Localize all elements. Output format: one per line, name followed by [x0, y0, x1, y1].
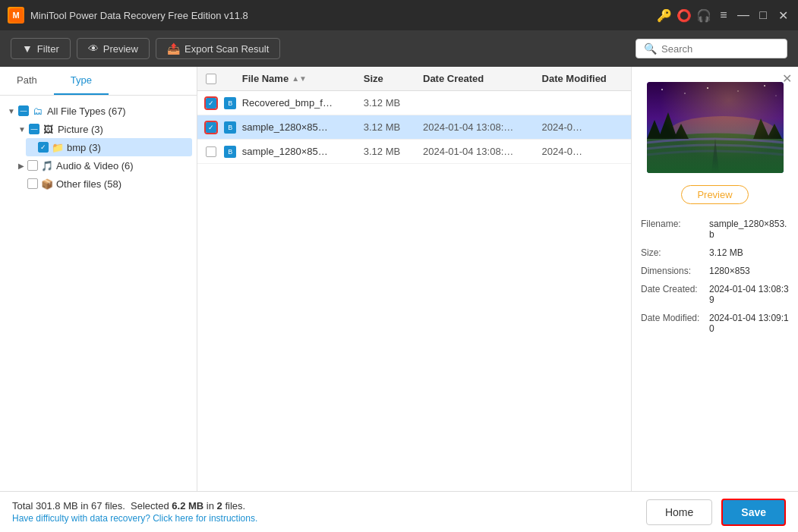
preview-button[interactable]: 👁 Preview: [77, 38, 150, 59]
svg-point-8: [775, 95, 776, 96]
size-value: 3.12 MB: [709, 247, 743, 258]
search-icon: 🔍: [644, 42, 657, 55]
size-label: Size:: [641, 247, 706, 258]
sort-arrow-name: ▲▼: [292, 74, 307, 83]
date-created-label: Date Created:: [641, 284, 706, 305]
row2-checkbox[interactable]: ✓: [206, 122, 216, 133]
preview-image: [647, 82, 784, 173]
tree-item-audio[interactable]: ▶ 🎵 Audio & Video (6): [15, 156, 192, 175]
row1-checkbox-cell: ✓: [197, 98, 224, 109]
checkbox-bmp[interactable]: ✓: [38, 142, 49, 153]
tree-label-other: Other files (58): [56, 178, 121, 190]
table-row[interactable]: B sample_1280×85… 3.12 MB 2024-01-04 13:…: [197, 140, 631, 164]
header-created[interactable]: Date Created: [423, 73, 542, 84]
export-button[interactable]: 📤 Export Scan Result: [156, 38, 280, 59]
row3-created: 2024-01-04 13:08:…: [423, 146, 542, 157]
maximize-button[interactable]: □: [755, 8, 771, 23]
menu-icon[interactable]: ≡: [716, 8, 731, 23]
row2-icon-cell: B: [224, 121, 241, 134]
row3-checkbox-cell: [197, 146, 224, 157]
info-created-row: Date Created: 2024-01-04 13:08:39: [641, 280, 789, 309]
row1-filename: Recovered_bmp_f…: [242, 97, 364, 109]
dimensions-value: 1280×853: [709, 266, 750, 276]
bmp-file-icon-3: B: [224, 146, 236, 158]
preview-close-button[interactable]: ✕: [782, 71, 792, 86]
toolbar: ▼ Filter 👁 Preview 📤 Export Scan Result …: [0, 30, 798, 67]
filter-button[interactable]: ▼ Filter: [11, 38, 71, 59]
tab-bar: Path Type: [0, 67, 197, 96]
tree-item-bmp[interactable]: ▶ ✓ 📁 bmp (3): [26, 138, 192, 156]
title-bar-controls: 🔑 ⭕ 🎧 ≡ — □ ✕: [657, 8, 790, 23]
table-row[interactable]: ✓ B Recovered_bmp_f… 3.12 MB: [197, 91, 631, 115]
row1-icon-cell: B: [224, 96, 241, 109]
checkbox-audio[interactable]: [27, 160, 38, 171]
expand-arrow-audio: ▶: [18, 162, 24, 170]
home-button[interactable]: Home: [646, 499, 712, 525]
header-checkbox-cell: [197, 74, 224, 84]
tree-area: ▼ — 🗂 All File Types (67) ▼ — 🖼 Picture …: [0, 96, 197, 491]
checkbox-all[interactable]: —: [18, 105, 29, 116]
help-link[interactable]: Have difficulty with data recovery? Clic…: [12, 513, 637, 524]
svg-point-3: [661, 89, 663, 90]
total-text: Total 301.8 MB in 67 files. Selected 6.2…: [12, 500, 245, 512]
header-filename[interactable]: File Name ▲▼: [242, 73, 364, 84]
header-checkbox[interactable]: [206, 74, 216, 84]
circle-icon[interactable]: ⭕: [677, 8, 692, 23]
svg-point-7: [764, 85, 765, 87]
preview-image-button[interactable]: Preview: [681, 185, 748, 204]
title-bar: M MiniTool Power Data Recovery Free Edit…: [0, 0, 798, 30]
header-size[interactable]: Size: [364, 73, 423, 84]
date-modified-value: 2024-01-04 13:09:10: [709, 313, 789, 334]
tree-item-other[interactable]: ▶ 📦 Other files (58): [15, 175, 192, 193]
filename-label: Filename:: [641, 219, 706, 240]
expand-arrow-all: ▼: [8, 107, 15, 115]
row2-checkbox-cell: ✓: [197, 122, 224, 133]
svg-point-5: [707, 87, 708, 89]
svg-text:M: M: [12, 11, 19, 20]
save-button[interactable]: Save: [721, 499, 786, 526]
expand-arrow-picture: ▼: [18, 125, 26, 134]
tab-type[interactable]: Type: [54, 67, 109, 95]
row2-filename: sample_1280×85…: [242, 121, 364, 133]
left-panel: Path Type ▼ — 🗂 All File Types (67) ▼ — …: [0, 67, 197, 491]
filter-icon: ▼: [22, 42, 33, 55]
row3-modified: 2024-0…: [542, 146, 631, 157]
tab-path[interactable]: Path: [0, 67, 54, 95]
checkbox-other[interactable]: [27, 178, 38, 189]
tree-label-bmp: bmp (3): [67, 142, 101, 153]
date-modified-label: Date Modified:: [641, 313, 706, 334]
preview-image-area: [632, 67, 798, 182]
key-icon[interactable]: 🔑: [657, 8, 672, 23]
table-body: ✓ B Recovered_bmp_f… 3.12 MB ✓ B sample_…: [197, 91, 631, 491]
svg-point-4: [684, 93, 686, 94]
tree-children-picture: ▶ ✓ 📁 bmp (3): [15, 138, 192, 156]
row3-size: 3.12 MB: [364, 146, 423, 157]
export-icon: 📤: [167, 42, 180, 55]
filename-value: sample_1280×853.b: [709, 219, 789, 240]
checkbox-picture[interactable]: —: [29, 124, 39, 134]
tree-item-picture[interactable]: ▼ — 🖼 Picture (3): [15, 120, 192, 138]
tree-item-all[interactable]: ▼ — 🗂 All File Types (67): [5, 102, 192, 120]
row2-modified: 2024-0…: [542, 121, 631, 133]
footer-text: Total 301.8 MB in 67 files. Selected 6.2…: [12, 500, 637, 524]
preview-panel: ✕: [631, 67, 798, 491]
bmp-file-icon-2: B: [224, 121, 236, 134]
svg-rect-2: [647, 82, 784, 173]
app-title: MiniTool Power Data Recovery Free Editio…: [30, 10, 651, 21]
svg-point-6: [737, 90, 739, 92]
close-button[interactable]: ✕: [775, 8, 790, 23]
audio-icon: 🎵: [41, 159, 53, 172]
date-created-value: 2024-01-04 13:08:39: [709, 284, 789, 305]
table-row[interactable]: ✓ B sample_1280×85… 3.12 MB 2024-01-04 1…: [197, 115, 631, 140]
search-input[interactable]: [661, 43, 779, 55]
row1-checkbox[interactable]: ✓: [206, 98, 216, 109]
headphone-icon[interactable]: 🎧: [696, 8, 711, 23]
header-modified[interactable]: Date Modified: [542, 73, 631, 84]
row3-filename: sample_1280×85…: [242, 146, 364, 157]
row3-checkbox[interactable]: [206, 146, 216, 157]
row3-icon-cell: B: [224, 145, 241, 158]
bmp-icon: 📁: [52, 141, 64, 153]
minimize-button[interactable]: —: [736, 8, 751, 23]
tree-label-audio: Audio & Video (6): [56, 160, 134, 172]
info-filename-row: Filename: sample_1280×853.b: [641, 215, 789, 244]
